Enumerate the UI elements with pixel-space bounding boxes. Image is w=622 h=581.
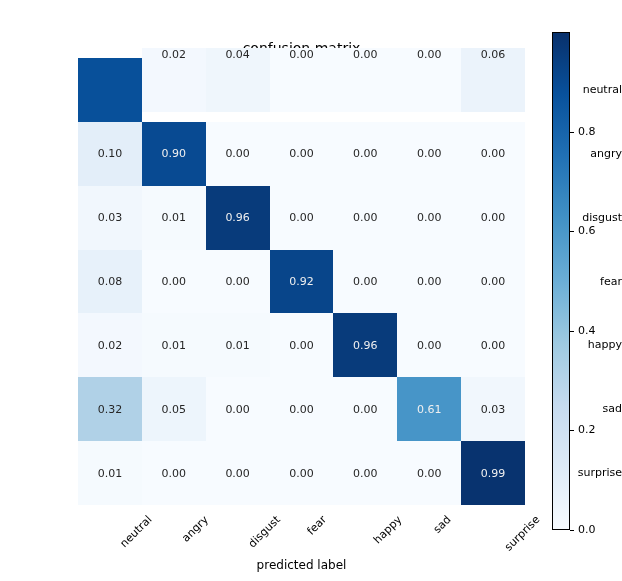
heatmap-cell: 0.02 <box>142 48 206 112</box>
heatmap-cell: 0.00 <box>333 250 397 314</box>
heatmap-cell: 0.00 <box>333 48 397 112</box>
heatmap-cell: 0.00 <box>206 441 270 505</box>
x-tick-label: angry <box>179 513 211 545</box>
heatmap-cell: 0.03 <box>461 377 525 441</box>
x-tick-label: surprise <box>502 513 543 554</box>
heatmap-grid: 0.020.040.000.000.000.060.100.900.000.00… <box>78 58 525 505</box>
heatmap-cell: 0.96 <box>206 186 270 250</box>
heatmap-cell: 0.00 <box>270 122 334 186</box>
heatmap-cell: 0.00 <box>270 441 334 505</box>
heatmap-cell: 0.00 <box>270 186 334 250</box>
heatmap-cell: 0.00 <box>270 313 334 377</box>
heatmap-cell: 0.04 <box>206 48 270 112</box>
heatmap-cell: 0.00 <box>206 122 270 186</box>
heatmap-cell: 0.99 <box>461 441 525 505</box>
x-axis-label: predicted label <box>78 558 525 572</box>
heatmap-cell: 0.00 <box>333 186 397 250</box>
x-tick-label: sad <box>431 513 454 536</box>
heatmap-cell: 0.00 <box>206 377 270 441</box>
colorbar: 0.00.20.40.60.8 <box>552 32 620 530</box>
heatmap-cell: 0.00 <box>397 48 461 112</box>
heatmap-cell: 0.00 <box>461 313 525 377</box>
colorbar-tick-label: 0.6 <box>578 224 596 237</box>
heatmap-cell: 0.03 <box>78 186 142 250</box>
heatmap-cell: 0.00 <box>142 250 206 314</box>
colorbar-tick-label: 0.8 <box>578 125 596 138</box>
colorbar-tick-label: 0.0 <box>578 523 596 536</box>
heatmap-cell: 0.00 <box>461 250 525 314</box>
colorbar-tick <box>570 132 574 133</box>
heatmap-cell: 0.08 <box>78 250 142 314</box>
heatmap-cell: 0.01 <box>142 313 206 377</box>
heatmap-cell <box>78 58 142 122</box>
x-tick-label: fear <box>304 513 329 538</box>
heatmap-cell: 0.01 <box>78 441 142 505</box>
heatmap-cell: 0.00 <box>333 441 397 505</box>
colorbar-tick-label: 0.4 <box>578 324 596 337</box>
heatmap-cell: 0.00 <box>461 186 525 250</box>
colorbar-tick <box>570 331 574 332</box>
heatmap-cell: 0.32 <box>78 377 142 441</box>
colorbar-outline <box>552 32 570 530</box>
heatmap-cell: 0.02 <box>78 313 142 377</box>
heatmap-cell: 0.00 <box>397 441 461 505</box>
x-tick-label: neutral <box>117 513 154 550</box>
colorbar-tick <box>570 430 574 431</box>
heatmap-cell: 0.00 <box>397 122 461 186</box>
heatmap-cell: 0.00 <box>333 122 397 186</box>
heatmap-cell: 0.00 <box>270 48 334 112</box>
heatmap-cell: 0.05 <box>142 377 206 441</box>
heatmap-cell: 0.00 <box>270 377 334 441</box>
heatmap-cell: 0.00 <box>397 186 461 250</box>
heatmap-cell: 0.01 <box>142 186 206 250</box>
heatmap-cell: 0.96 <box>333 313 397 377</box>
colorbar-tick-label: 0.2 <box>578 423 596 436</box>
heatmap-cell: 0.00 <box>397 313 461 377</box>
x-tick-label: happy <box>371 513 404 546</box>
heatmap-cell: 0.00 <box>333 377 397 441</box>
confusion-matrix-figure: confusion matrix 0.020.040.000.000.000.0… <box>0 0 622 581</box>
heatmap-cell: 0.61 <box>397 377 461 441</box>
heatmap-cell: 0.06 <box>461 48 525 112</box>
heatmap-cell: 0.10 <box>78 122 142 186</box>
heatmap-cell: 0.00 <box>397 250 461 314</box>
colorbar-tick <box>570 231 574 232</box>
heatmap-cell: 0.00 <box>206 250 270 314</box>
heatmap-cell: 0.90 <box>142 122 206 186</box>
heatmap-cell: 0.92 <box>270 250 334 314</box>
colorbar-tick <box>570 530 574 531</box>
heatmap-cell: 0.01 <box>206 313 270 377</box>
heatmap-cell: 0.00 <box>142 441 206 505</box>
x-tick-label: disgust <box>245 513 282 550</box>
heatmap-cell: 0.00 <box>461 122 525 186</box>
